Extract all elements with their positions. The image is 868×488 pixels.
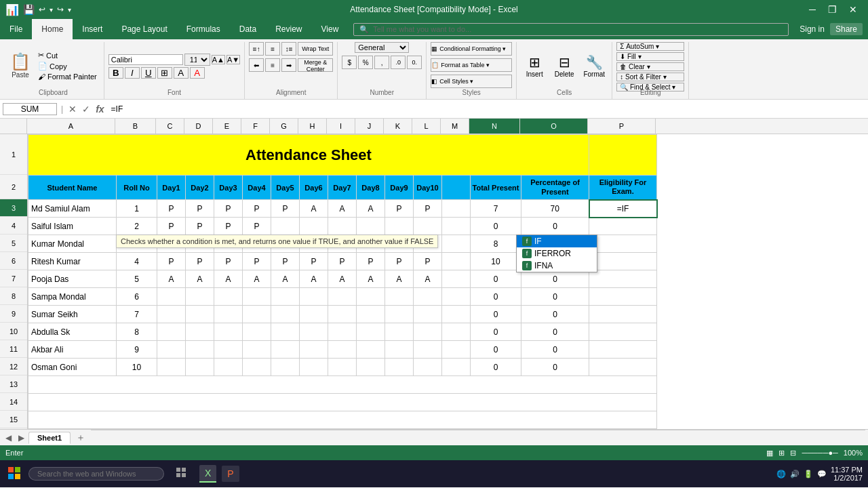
col-header-J[interactable]: J xyxy=(355,119,384,134)
cell-K9[interactable] xyxy=(385,306,414,323)
percent-button[interactable]: % xyxy=(358,56,373,69)
cell-K10[interactable] xyxy=(385,323,414,341)
merge-center-button[interactable]: Merge & Center xyxy=(298,58,333,72)
cell-row15[interactable] xyxy=(28,411,657,429)
cell-B4[interactable]: 2 xyxy=(117,218,157,235)
cell-H3[interactable]: A xyxy=(300,200,328,218)
cell-G7[interactable]: A xyxy=(271,270,300,288)
cell-A4[interactable]: Saiful Islam xyxy=(28,218,117,235)
fill-color-button[interactable]: A xyxy=(174,67,189,79)
font-name-input[interactable] xyxy=(108,54,183,65)
col-header-B[interactable]: B xyxy=(115,119,156,134)
cell-I6[interactable]: P xyxy=(328,253,357,270)
header-eligibility[interactable]: Eligibility For Exam. xyxy=(589,176,657,200)
sheet-tab-sheet1[interactable]: Sheet1 xyxy=(28,432,71,444)
col-header-G[interactable]: G xyxy=(270,119,298,134)
cell-J11[interactable] xyxy=(357,341,385,359)
cell-K4[interactable] xyxy=(385,218,414,235)
minimize-button[interactable]: ─ xyxy=(804,3,821,16)
tab-file[interactable]: File xyxy=(0,19,32,39)
currency-button[interactable]: $ xyxy=(342,56,357,69)
cell-P11[interactable] xyxy=(589,341,657,359)
cell-C10[interactable] xyxy=(157,323,186,341)
quick-save-icon[interactable]: 💾 xyxy=(23,4,35,15)
cell-D12[interactable] xyxy=(186,359,214,376)
tab-data[interactable]: Data xyxy=(230,19,266,39)
conditional-formatting-button[interactable]: ▦ Conditional Formatting ▾ xyxy=(431,42,512,56)
cell-M11[interactable] xyxy=(442,341,471,359)
number-format-select[interactable]: General xyxy=(355,42,409,53)
cell-M6[interactable] xyxy=(442,253,471,270)
cell-P5[interactable] xyxy=(589,235,657,253)
cell-E10[interactable] xyxy=(214,323,243,341)
cell-I9[interactable] xyxy=(328,306,357,323)
cell-A9[interactable]: Sumar Seikh xyxy=(28,306,117,323)
zoom-slider[interactable]: ─────●─ xyxy=(802,449,837,457)
cell-J6[interactable]: P xyxy=(357,253,385,270)
align-top-left-button[interactable]: ≡↑ xyxy=(249,42,264,56)
italic-button[interactable]: I xyxy=(125,67,140,79)
comma-button[interactable]: , xyxy=(374,56,389,69)
cell-G4[interactable] xyxy=(271,218,300,235)
tell-me-search[interactable]: 🔍 Tell me what you want to do... xyxy=(353,23,789,36)
increase-font-button[interactable]: A▲ xyxy=(212,55,225,64)
clear-button[interactable]: 🗑 Clear ▾ xyxy=(616,62,684,71)
cell-A12[interactable]: Osman Goni xyxy=(28,359,117,376)
row-num-8[interactable]: 8 xyxy=(0,287,27,305)
close-button[interactable]: ✕ xyxy=(844,3,863,16)
cell-A6[interactable]: Ritesh Kumar xyxy=(28,253,117,270)
header-total-present[interactable]: Total Present xyxy=(471,176,521,200)
cell-P10[interactable] xyxy=(589,323,657,341)
cell-p1[interactable] xyxy=(589,135,657,176)
cell-C12[interactable] xyxy=(157,359,186,376)
cell-P7[interactable] xyxy=(589,270,657,288)
wrap-text-button[interactable]: Wrap Text xyxy=(298,42,333,56)
cell-L11[interactable] xyxy=(414,341,442,359)
cell-P8[interactable] xyxy=(589,288,657,306)
cell-J12[interactable] xyxy=(357,359,385,376)
start-button[interactable] xyxy=(5,464,23,484)
cell-A3[interactable]: Md Samiul Alam xyxy=(28,200,117,218)
tab-home[interactable]: Home xyxy=(32,19,73,39)
cell-A10[interactable]: Abdulla Sk xyxy=(28,323,117,341)
cell-L4[interactable] xyxy=(414,218,442,235)
cell-P12[interactable] xyxy=(589,359,657,376)
font-color-button[interactable]: A xyxy=(190,67,205,79)
cell-C9[interactable] xyxy=(157,306,186,323)
cell-M5[interactable] xyxy=(442,235,471,253)
cell-K3[interactable]: P xyxy=(385,200,414,218)
cell-B12[interactable]: 10 xyxy=(117,359,157,376)
cell-E11[interactable] xyxy=(214,341,243,359)
header-day1[interactable]: Day1 xyxy=(157,176,186,200)
cell-K11[interactable] xyxy=(385,341,414,359)
cell-I10[interactable] xyxy=(328,323,357,341)
notification-icon[interactable]: 💬 xyxy=(817,470,827,479)
cell-G6[interactable]: P xyxy=(271,253,300,270)
name-box[interactable] xyxy=(3,103,57,115)
next-sheet-btn[interactable]: ▶ xyxy=(16,433,27,443)
cell-D3[interactable]: P xyxy=(186,200,214,218)
cell-F8[interactable] xyxy=(243,288,271,306)
cell-B10[interactable]: 8 xyxy=(117,323,157,341)
undo-dropdown-icon[interactable]: ▾ xyxy=(50,6,53,14)
autosum-button[interactable]: Σ AutoSum ▾ xyxy=(616,42,684,51)
cell-H8[interactable] xyxy=(300,288,328,306)
cell-B6[interactable]: 4 xyxy=(117,253,157,270)
cell-row13[interactable] xyxy=(28,376,657,394)
tab-page-layout[interactable]: Page Layout xyxy=(112,19,176,39)
cell-O12[interactable]: 0 xyxy=(521,359,589,376)
cell-E8[interactable] xyxy=(214,288,243,306)
cell-J4[interactable] xyxy=(357,218,385,235)
cell-row14[interactable] xyxy=(28,394,657,411)
cell-L12[interactable] xyxy=(414,359,442,376)
decimal-decrease-button[interactable]: 0. xyxy=(407,56,422,69)
header-student-name[interactable]: Student Name xyxy=(28,176,117,200)
page-layout-icon[interactable]: ⊞ xyxy=(778,449,785,458)
row-num-7[interactable]: 7 xyxy=(0,270,27,287)
cell-N5[interactable]: 8 xyxy=(471,235,521,253)
align-right-button[interactable]: ➡ xyxy=(281,58,296,72)
cell-N7[interactable]: 0 xyxy=(471,270,521,288)
cell-P6[interactable] xyxy=(589,253,657,270)
cell-F3[interactable]: P xyxy=(243,200,271,218)
cell-B8[interactable]: 6 xyxy=(117,288,157,306)
